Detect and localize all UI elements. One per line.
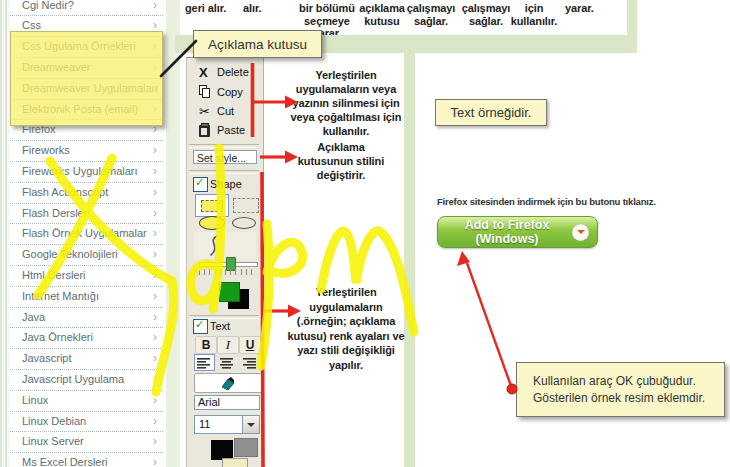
underline-button[interactable]: U [239, 336, 261, 354]
text-color-format-button[interactable] [194, 373, 262, 393]
chevron-right-icon [153, 286, 157, 307]
chevron-right-icon [153, 182, 157, 203]
font-size-dropdown[interactable]: 11 [194, 415, 260, 434]
chevron-right-icon [153, 140, 157, 161]
scribble-e [267, 242, 303, 273]
chevron-right-icon [153, 161, 157, 182]
scissors-icon: ✂ [199, 104, 213, 118]
text-color-swatch[interactable] [211, 440, 233, 460]
shape-checkbox[interactable] [193, 177, 208, 192]
font-name-input[interactable]: Arial [194, 395, 260, 410]
button-dropdown-circle[interactable] [572, 224, 589, 241]
text-checkbox-label: Text [210, 320, 230, 332]
sidebar-item-flash-ornek[interactable]: Flash Örnek Uygulamalar [10, 223, 163, 245]
menu-item-copy[interactable]: Copy [191, 83, 257, 102]
chevron-right-icon [153, 431, 157, 452]
toolbar-note-callout: Kullanılan araç OK çubuğudur. Gösterilen… [516, 362, 725, 417]
sidebar-item-fireworks[interactable]: Fireworks [10, 140, 163, 162]
sidebar-item-java-ornekleri[interactable]: Java Örnekleri [10, 327, 163, 349]
sidebar-highlight-overlay [10, 31, 163, 126]
red-arrow-to-button [467, 263, 511, 386]
chevron-right-icon [153, 327, 157, 348]
text-highlight-color-swatch[interactable] [222, 458, 248, 467]
sidebar-item-google-teknolojileri[interactable]: Google Teknolojileri [10, 244, 163, 266]
shape-ellipse-outline-button[interactable] [232, 217, 256, 229]
chevron-right-icon [153, 348, 157, 369]
chevron-right-icon [153, 244, 157, 265]
squiggle-line-icon [204, 233, 224, 258]
dropdown-button[interactable] [242, 416, 259, 433]
shape-freeline-button[interactable] [194, 232, 256, 259]
shape-ellipse-filled-button[interactable] [199, 216, 225, 230]
filled-dashed-rect-icon [201, 200, 223, 212]
shape-fill-color-swatch[interactable] [219, 282, 240, 302]
page-divider-strip [166, 0, 180, 467]
firefox-instruction-text: Firefox sitesinden indirmek için bu buto… [437, 196, 656, 207]
align-left-button[interactable] [194, 354, 215, 371]
sidebar-item-linux-debian[interactable]: Linux Debian [10, 411, 163, 433]
red-arrowhead [457, 251, 470, 266]
copy-icon [199, 85, 213, 99]
menu-item-paste[interactable]: Paste [191, 121, 257, 140]
shape-rect-filled-button[interactable] [195, 194, 229, 217]
table-cell: alır. [243, 2, 275, 15]
text-secondary-color-swatch[interactable] [234, 438, 258, 457]
align-center-button[interactable] [216, 354, 237, 371]
table-cell: çalışmayı sağlar. [404, 2, 458, 27]
font-size-value: 11 [199, 418, 210, 430]
sidebar-item-internet-mantigi[interactable]: Internet Mantığı [10, 286, 163, 308]
annotation-text-note: Yerleştirilen uygulamaların (.örneğin; a… [284, 285, 408, 373]
annotation-delete-note: Yerleştirilen uygulamaların veya yazının… [290, 68, 402, 138]
sidebar-item-java[interactable]: Java [10, 307, 163, 329]
annotation-style-note: Açıklama kutusunun stilini değiştirir. [295, 140, 387, 182]
add-to-firefox-button[interactable]: Add to Firefox (Windows) [437, 216, 598, 248]
sidebar-item-javascript[interactable]: Javascript [10, 348, 163, 370]
slider-tick-marks [199, 269, 256, 275]
chevron-right-icon [153, 369, 157, 390]
shape-checkbox-label: Shape [210, 178, 242, 190]
align-center-icon [219, 357, 234, 369]
dropdown-arrow-icon [577, 230, 585, 238]
tool-panel: X Delete Copy ✂ Cut Paste Set style... S… [186, 57, 264, 467]
shape-rect-outline-button[interactable] [233, 198, 259, 213]
separator [189, 170, 259, 174]
add-to-firefox-label: Add to Firefox (Windows) [438, 218, 572, 246]
sidebar-item-flash-dersleri[interactable]: Flash Dersleri [10, 203, 163, 225]
chevron-right-icon [153, 452, 157, 467]
align-left-icon [197, 357, 212, 369]
chevron-right-icon [153, 390, 157, 411]
top-table-right-border [627, 0, 637, 35]
chevron-right-icon [153, 203, 157, 224]
screenshot-canvas: geri alır. alır. bir bölümü seçmeye yara… [0, 0, 730, 467]
chevron-right-icon [153, 307, 157, 328]
paint-format-icon [220, 377, 237, 390]
sidebar-item-javascript-uygulama[interactable]: Javascript Uygulama [10, 369, 163, 391]
sidebar-item-ms-excel[interactable]: Ms Excel Dersleri [10, 452, 163, 467]
aciklama-kutusu-callout: Açıklama kutusu [193, 30, 322, 58]
text-checkbox[interactable] [193, 319, 208, 334]
paste-clipboard-icon [199, 123, 213, 137]
menu-item-cut[interactable]: ✂ Cut [191, 102, 257, 121]
chevron-right-icon [153, 265, 157, 286]
content-box-right-border [404, 35, 415, 467]
sidebar-item-cgi-nedir[interactable]: Cgi Nedir? [10, 0, 163, 16]
delete-x-icon: X [199, 65, 213, 79]
align-right-icon [241, 357, 256, 369]
chevron-down-icon [247, 423, 255, 431]
italic-button[interactable]: I [217, 336, 239, 354]
menu-item-delete[interactable]: X Delete [191, 63, 257, 82]
set-style-input[interactable]: Set style... [193, 150, 257, 164]
chevron-right-icon [153, 0, 157, 15]
sidebar-item-linux-server[interactable]: Linux Server [10, 431, 163, 453]
sidebar-item-flash-actionscript[interactable]: Flash Actionscript [10, 182, 163, 204]
table-cell: açıklama kutusu [355, 2, 409, 27]
chevron-right-icon [153, 223, 157, 244]
bold-button[interactable]: B [195, 336, 217, 354]
page-edge-stripes [0, 0, 10, 467]
separator [189, 144, 259, 148]
sidebar-item-linux[interactable]: Linux [10, 390, 163, 412]
sidebar-item-fireworks-uygulamalari[interactable]: Fireworks Uygulamaları [10, 161, 163, 183]
align-right-button[interactable] [238, 354, 259, 371]
sidebar-item-html-dersleri[interactable]: Html Dersleri [10, 265, 163, 287]
table-cell: için kullanılır. [507, 2, 561, 27]
